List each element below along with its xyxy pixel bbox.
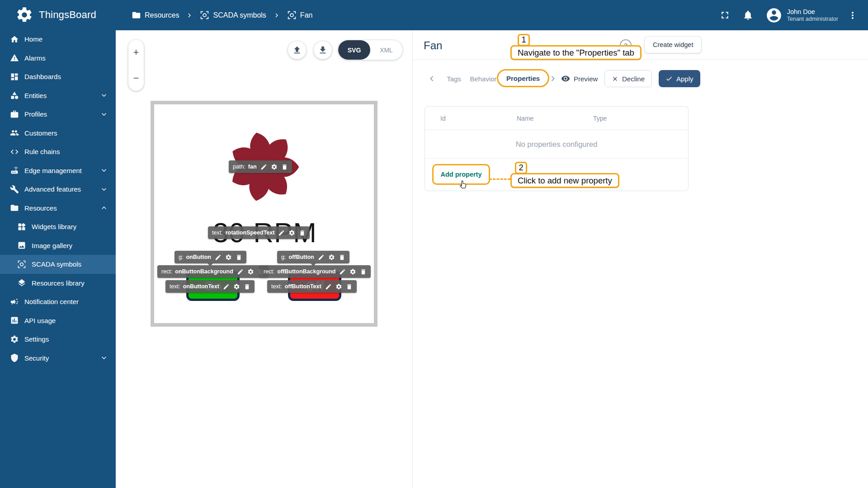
delete-icon[interactable] <box>281 164 288 170</box>
sidebar: ThingsBoard Home Alarms Dashboards Entit… <box>0 0 116 488</box>
sidebar-item-notification-center[interactable]: Notification center <box>0 292 116 311</box>
tab-behavior[interactable]: Behavior <box>466 70 500 87</box>
annotation-connector-line <box>489 178 510 180</box>
app-name: ThingsBoard <box>39 9 96 21</box>
scada-icon <box>17 260 26 269</box>
sidebar-item-settings[interactable]: Settings <box>0 330 116 349</box>
breadcrumb-scada-symbols[interactable]: SCADA symbols <box>213 11 266 19</box>
tabs-scroll-right-icon[interactable] <box>547 73 558 84</box>
sidebar-item-api-usage[interactable]: API usage <box>0 311 116 330</box>
edit-icon[interactable] <box>318 254 325 261</box>
sidebar-item-label: Resources <box>24 204 57 212</box>
sidebar-item-label: Alarms <box>24 54 46 62</box>
user-name: John Doe <box>787 8 838 16</box>
edit-icon[interactable] <box>215 254 222 261</box>
app-logo[interactable]: ThingsBoard <box>0 0 116 30</box>
delete-icon[interactable] <box>236 254 242 261</box>
widgets-icon <box>17 222 26 231</box>
tag-name-label: onButtonText <box>183 283 219 290</box>
tab-properties[interactable]: Properties <box>497 69 549 87</box>
tag-name-label: rotationSpeedText <box>226 230 275 236</box>
download-button[interactable] <box>314 41 332 59</box>
avatar[interactable] <box>765 7 783 24</box>
settings-icon[interactable] <box>349 268 356 275</box>
sidebar-item-rule-chains[interactable]: Rule chains <box>0 142 116 161</box>
zoom-in-button[interactable]: + <box>133 47 139 57</box>
upload-button[interactable] <box>288 41 306 59</box>
user-block[interactable]: John Doe Tenant administrator <box>787 8 838 23</box>
sidebar-item-image-gallery[interactable]: Image gallery <box>0 236 116 255</box>
sidebar-item-resources-library[interactable]: Resources library <box>0 274 116 293</box>
apply-button[interactable]: Apply <box>659 70 700 87</box>
sidebar-item-label: Profiles <box>24 110 47 118</box>
sidebar-item-alarms[interactable]: Alarms <box>0 49 116 68</box>
sidebar-item-entities[interactable]: Entities <box>0 86 116 105</box>
breadcrumb-resources[interactable]: Resources <box>145 11 179 19</box>
sidebar-item-home[interactable]: Home <box>0 30 116 49</box>
tag-type-label: rect: <box>264 268 274 275</box>
tag-type-label: rect: <box>161 268 172 275</box>
sidebar-item-customers[interactable]: Customers <box>0 124 116 143</box>
edit-icon[interactable] <box>260 164 267 170</box>
delete-icon[interactable] <box>244 283 250 290</box>
empty-state-text: No properties configured <box>425 130 688 159</box>
folder-icon <box>132 10 141 20</box>
sidebar-item-edge-management[interactable]: Edge management <box>0 161 116 180</box>
settings-icon[interactable] <box>233 283 240 290</box>
settings-icon[interactable] <box>225 254 232 261</box>
annotation-text-2: Click to add new property <box>510 173 619 188</box>
edit-icon[interactable] <box>339 268 346 275</box>
cursor-icon <box>458 179 468 189</box>
sidebar-item-dashboards[interactable]: Dashboards <box>0 67 116 86</box>
create-widget-button[interactable]: Create widget <box>644 36 702 53</box>
advanced-features-icon <box>10 185 19 194</box>
sidebar-item-advanced-features[interactable]: Advanced features <box>0 180 116 199</box>
topbar: Resources SCADA symbols Fan John Doe Ten… <box>116 0 868 30</box>
decline-button[interactable]: Decline <box>604 70 652 87</box>
apply-label: Apply <box>676 75 693 83</box>
delete-icon[interactable] <box>339 254 345 261</box>
chevron-right-icon <box>273 11 281 19</box>
settings-icon[interactable] <box>335 283 342 290</box>
delete-icon[interactable] <box>360 268 367 275</box>
settings-icon[interactable] <box>288 230 295 236</box>
zoom-out-button[interactable]: − <box>133 73 139 83</box>
edit-icon[interactable] <box>278 230 285 236</box>
sidebar-item-resources[interactable]: Resources <box>0 199 116 218</box>
edit-icon[interactable] <box>223 283 230 290</box>
tag-off-button-background: rect:offButtonBackground <box>259 265 371 278</box>
header-divider <box>413 59 868 60</box>
tag-off-button-text: text:offButtonText <box>267 280 357 293</box>
edit-icon[interactable] <box>237 268 244 275</box>
xml-toggle-button[interactable]: XML <box>370 40 402 60</box>
kebab-menu-icon[interactable] <box>847 10 858 21</box>
tab-bar: Tags Behavior Properties Preview Decline… <box>413 70 868 87</box>
tab-tags[interactable]: Tags <box>441 70 467 87</box>
add-property-button[interactable]: Add property <box>440 171 481 178</box>
tag-name-label: offButtonText <box>285 283 321 290</box>
delete-icon[interactable] <box>299 230 306 236</box>
tabs-scroll-left-icon[interactable] <box>426 73 437 84</box>
sidebar-item-scada-symbols[interactable]: SCADA symbols <box>0 255 116 274</box>
profiles-icon <box>10 110 19 119</box>
tag-name-label: offButton <box>288 254 314 260</box>
fullscreen-icon[interactable] <box>719 9 731 21</box>
preview-button[interactable]: Preview <box>561 70 598 87</box>
notifications-bell-icon[interactable] <box>742 9 754 21</box>
edit-icon[interactable] <box>325 283 332 290</box>
tag-type-label: g: <box>281 254 286 260</box>
chevron-down-icon <box>99 110 108 119</box>
sidebar-item-widgets-library[interactable]: Widgets library <box>0 217 116 236</box>
settings-icon[interactable] <box>247 268 254 275</box>
annotation-text-1: Navigate to the "Properties" tab <box>510 45 642 60</box>
sidebar-item-profiles[interactable]: Profiles <box>0 105 116 124</box>
sidebar-item-security[interactable]: Security <box>0 349 116 368</box>
svg-toggle-button[interactable]: SVG <box>338 40 370 60</box>
eye-icon <box>561 74 570 83</box>
delete-icon[interactable] <box>346 283 353 290</box>
settings-icon[interactable] <box>328 254 335 261</box>
settings-icon[interactable] <box>271 164 278 170</box>
svg-xml-toggle: SVG XML <box>338 40 403 60</box>
download-icon <box>318 45 328 55</box>
tag-on-button-text: text:onButtonText <box>165 280 255 293</box>
